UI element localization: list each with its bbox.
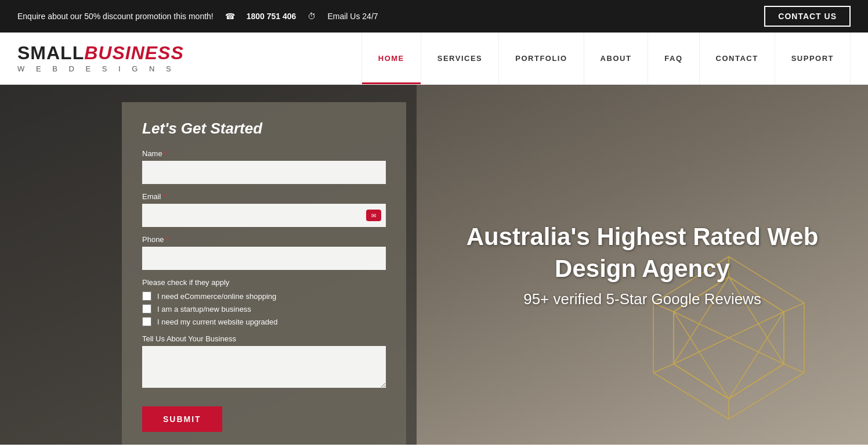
name-input[interactable] [142, 161, 386, 184]
top-bar: Enquire about our 50% discount promotion… [0, 0, 868, 33]
nav-faq[interactable]: FAQ [648, 33, 699, 84]
checkbox-upgrade-input[interactable] [142, 317, 151, 326]
logo[interactable]: SMALLBUSINESS W E B D E S I G N S [17, 44, 184, 73]
checkbox-startup-label: I am a startup/new business [157, 305, 251, 313]
phone-field-group: Phone* [142, 235, 386, 270]
logo-tagline: W E B D E S I G N S [17, 64, 184, 73]
contact-us-button[interactable]: CONTACT US [764, 6, 851, 27]
name-field-group: Name* [142, 149, 386, 184]
email-input-wrap: ✉ [142, 204, 386, 227]
nav-contact[interactable]: CONTACT [700, 33, 775, 84]
nav-support[interactable]: SUPPORT [775, 33, 851, 84]
nav-services[interactable]: SERVICES [421, 33, 500, 84]
top-bar-left: Enquire about our 50% discount promotion… [17, 12, 378, 21]
hero-right-text: Australia's Highest Rated Web Design Age… [417, 85, 868, 445]
clock-icon: ⏱ [308, 12, 316, 21]
hero-subline: 95+ verified 5-Star Google Reviews [523, 290, 761, 308]
email-input[interactable] [142, 204, 386, 227]
business-textarea[interactable] [142, 346, 386, 388]
email-icon: ✉ [366, 210, 381, 221]
checkbox-section: Please check if they apply I need eComme… [142, 278, 386, 326]
textarea-group: Tell Us About Your Business [142, 334, 386, 390]
nav-links: HOME SERVICES PORTFOLIO ABOUT FAQ CONTAC… [361, 33, 851, 84]
email-label[interactable]: Email Us 24/7 [327, 12, 378, 21]
checkbox-ecommerce: I need eCommerce/online shopping [142, 291, 386, 301]
phone-input[interactable] [142, 247, 386, 270]
nav-about[interactable]: ABOUT [584, 33, 649, 84]
nav-portfolio[interactable]: PORTFOLIO [499, 33, 584, 84]
checkbox-upgrade-label: I need my current website upgraded [157, 318, 277, 326]
hero-headline: Australia's Highest Rated Web Design Age… [451, 221, 833, 284]
submit-button[interactable]: SUBMIT [142, 406, 222, 432]
promo-text: Enquire about our 50% discount promotion… [17, 12, 214, 21]
phone-label: Phone* [142, 235, 386, 244]
nav-home[interactable]: HOME [361, 33, 421, 84]
contact-form-panel: Let's Get Started Name* Email* ✉ Phone* … [122, 102, 406, 445]
logo-small: SMALL [17, 42, 84, 63]
nav-bar: SMALLBUSINESS W E B D E S I G N S HOME S… [0, 33, 868, 85]
checkbox-section-label: Please check if they apply [142, 278, 386, 287]
email-field-group: Email* ✉ [142, 192, 386, 227]
checkbox-ecommerce-label: I need eCommerce/online shopping [157, 292, 276, 301]
form-title: Let's Get Started [142, 120, 386, 138]
phone-icon: ☎ [225, 12, 235, 21]
phone-number[interactable]: 1800 751 406 [247, 12, 296, 21]
checkbox-startup-input[interactable] [142, 304, 151, 313]
checkbox-ecommerce-input[interactable] [142, 291, 151, 301]
textarea-label: Tell Us About Your Business [142, 334, 386, 343]
checkbox-upgrade: I need my current website upgraded [142, 317, 386, 326]
email-label: Email* [142, 192, 386, 201]
name-label: Name* [142, 149, 386, 158]
checkbox-startup: I am a startup/new business [142, 304, 386, 313]
logo-business: BUSINESS [84, 42, 184, 63]
hero-section: Let's Get Started Name* Email* ✉ Phone* … [0, 85, 868, 445]
